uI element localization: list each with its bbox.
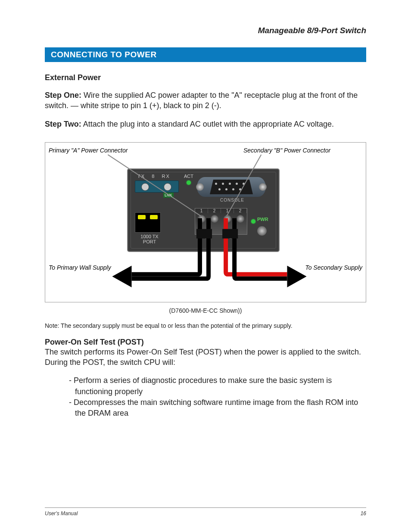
- footer-left: User's Manual: [45, 510, 78, 516]
- console-screw-left-icon: [196, 183, 204, 191]
- power-terminal-block: 1 2 1 2: [195, 208, 247, 235]
- term-hdr-1a: 1: [195, 208, 208, 213]
- svg-marker-3: [287, 266, 306, 287]
- label-pwr: PWR: [257, 217, 268, 222]
- callout-secondary-supply: To Secondary Supply: [305, 264, 362, 271]
- section-heading-bar: CONNECTING TO POWER: [45, 47, 366, 62]
- callout-secondary-b: Secondary "B" Power Connector: [243, 147, 330, 154]
- led-pwr-icon: [251, 219, 255, 224]
- post-body: The switch performs its Power-On Self Te…: [45, 347, 366, 368]
- page-footer: User's Manual 16: [45, 507, 366, 516]
- rj45-port-icon: [135, 212, 161, 233]
- console-port: [197, 177, 266, 197]
- post-heading: Power-On Self Test (POST): [45, 338, 366, 347]
- post-bullet-1: - Perform a series of diagnostic procedu…: [75, 375, 366, 397]
- step-two-text: Attach the plug into a standard AC outle…: [81, 120, 334, 128]
- diagram-caption: (D7600-MM-E-CC Shown)): [45, 307, 366, 314]
- callout-primary-wall: To Primary Wall Supply: [49, 264, 111, 271]
- label-lnk: LNK: [163, 193, 174, 198]
- ground-screw-icon: [257, 226, 267, 236]
- screw-icon: [224, 215, 231, 223]
- callout-primary-a: Primary "A" Power Connector: [49, 147, 128, 154]
- label-tx: TX: [137, 174, 145, 179]
- external-power-heading: External Power: [45, 73, 366, 82]
- label-a: A: [206, 235, 209, 240]
- screw-icon: [237, 215, 244, 223]
- device-front-panel: TX 8 RX ACT LNK CONSOLE: [127, 168, 280, 252]
- led-act-icon: [187, 180, 191, 185]
- step-two-label: Step Two:: [45, 120, 81, 128]
- term-hdr-1b: 1: [221, 208, 234, 213]
- secondary-supply-note: Note: The secondary supply must be equal…: [45, 322, 366, 329]
- step-two-paragraph: Step Two: Attach the plug into a standar…: [45, 119, 366, 129]
- screw-icon: [211, 215, 218, 223]
- term-hdr-2a: 2: [208, 208, 221, 213]
- step-one-paragraph: Step One: Wire the supplied AC power ada…: [45, 90, 366, 111]
- db9-connector-icon: [210, 180, 253, 194]
- post-bullet-2: - Decompresses the main switching softwa…: [75, 397, 366, 419]
- label-console: CONSOLE: [220, 198, 244, 202]
- post-bullet-list: - Perform a series of diagnostic procedu…: [45, 375, 366, 419]
- label-act: ACT: [184, 174, 193, 179]
- term-hdr-2b: 2: [234, 208, 247, 213]
- sfp-port-pair: [135, 180, 179, 193]
- label-b: B: [229, 235, 232, 240]
- step-one-text: Wire the supplied AC power adapter to th…: [45, 91, 358, 110]
- screw-icon: [198, 215, 206, 223]
- label-8: 8: [152, 174, 155, 179]
- footer-page-number: 16: [361, 510, 366, 516]
- label-tx-rx: TX 8 RX: [137, 174, 170, 179]
- step-one-label: Step One:: [45, 91, 81, 100]
- power-diagram: Primary "A" Power Connector Secondary "B…: [45, 142, 366, 302]
- label-1000tx-port: 1000 TX PORT: [137, 234, 162, 244]
- label-rx: RX: [162, 174, 170, 179]
- console-screw-right-icon: [259, 183, 267, 191]
- svg-marker-2: [112, 266, 131, 287]
- doc-header-title: Manageable 8/9-Port Switch: [45, 26, 366, 35]
